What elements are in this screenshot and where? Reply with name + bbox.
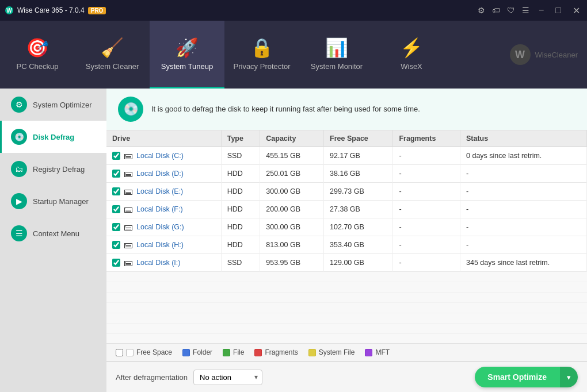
legend-mft: MFT: [365, 348, 390, 356]
fragments-cell-2: -: [393, 183, 460, 201]
disk-table-area: Drive Type Capacity Free Space Fragments…: [106, 130, 587, 343]
smart-optimize-button[interactable]: Smart Optimize: [475, 367, 559, 387]
wisecleaner-logo-circle: W: [510, 44, 531, 65]
capacity-cell-4: 300.00 GB: [260, 218, 324, 236]
pc-checkup-icon: 🎯: [26, 37, 49, 59]
drive-name-2: Local Disk (E:): [136, 187, 183, 195]
privacy-protector-icon: 🔒: [250, 37, 273, 59]
drive-checkbox-4[interactable]: [112, 223, 120, 231]
col-type: Type: [221, 130, 260, 147]
sidebar-item-startup-manager[interactable]: ▶ Startup Manager: [0, 185, 106, 217]
fragments-cell-6: -: [393, 254, 460, 272]
after-defrag-select[interactable]: No action Shutdown Restart Sleep: [193, 370, 262, 385]
sidebar-item-registry-defrag-label: Registry Defrag: [33, 165, 85, 174]
legend-system-file-label: System File: [319, 348, 355, 356]
drive-checkbox-3[interactable]: [112, 205, 120, 213]
drive-name-6: Local Disk (I:): [136, 259, 180, 267]
context-menu-icon: ☰: [11, 225, 27, 241]
legend-free-space-box: [126, 349, 134, 356]
info-banner: 💿 It is good to defrag the disk to keep …: [106, 89, 587, 130]
legend-fragments-label: Fragments: [265, 348, 298, 356]
col-free-space: Free Space: [324, 130, 393, 147]
maximize-button[interactable]: □: [553, 5, 563, 16]
legend-free-space-checkbox[interactable]: [116, 349, 123, 356]
drive-checkbox-0[interactable]: [112, 152, 120, 160]
drive-name-0: Local Disk (C:): [136, 152, 184, 160]
tab-system-tuneup[interactable]: 🚀 System Tuneup: [150, 21, 224, 89]
sidebar: ⚙ System Optimizer 💿 Disk Defrag 🗂 Regis…: [0, 89, 106, 392]
content-panel: 💿 It is good to defrag the disk to keep …: [106, 89, 587, 392]
system-monitor-icon: 📊: [325, 37, 348, 59]
close-button[interactable]: ✕: [570, 5, 582, 16]
legend-folder-box: [182, 349, 190, 356]
smart-optimize-dropdown-button[interactable]: ▾: [559, 367, 578, 387]
drive-hdd-icon-0: 🖴: [124, 151, 133, 161]
col-drive: Drive: [106, 130, 221, 147]
tab-privacy-protector[interactable]: 🔒 Privacy Protector: [224, 21, 299, 89]
sidebar-item-context-menu-label: Context Menu: [33, 229, 79, 238]
table-row: 🖴 Local Disk (G:) HDD300.00 GB102.70 GB-…: [106, 218, 587, 236]
pro-badge: PRO: [88, 7, 106, 14]
menu-icon[interactable]: ☰: [522, 6, 529, 15]
tab-system-monitor[interactable]: 📊 System Monitor: [299, 21, 374, 89]
type-cell-6: SSD: [221, 254, 260, 272]
drive-hdd-icon-1: 🖴: [124, 168, 133, 179]
drive-hdd-icon-2: 🖴: [124, 186, 133, 197]
sidebar-item-disk-defrag[interactable]: 💿 Disk Defrag: [0, 121, 106, 153]
settings-icon[interactable]: ⚙: [478, 6, 485, 15]
drive-checkbox-2[interactable]: [112, 187, 120, 195]
drive-cell-5: 🖴 Local Disk (H:): [106, 236, 221, 254]
sidebar-item-system-optimizer[interactable]: ⚙ System Optimizer: [0, 89, 106, 121]
system-optimizer-icon: ⚙: [11, 97, 27, 113]
legend-mft-box: [365, 349, 372, 356]
tab-pc-checkup-label: PC Checkup: [17, 62, 59, 71]
legend-bar: Free Space Folder File Fragments System …: [106, 343, 587, 362]
fragments-cell-1: -: [393, 165, 460, 183]
title-bar-left: W Wise Care 365 - 7.0.4 PRO: [5, 6, 106, 15]
drive-checkbox-1[interactable]: [112, 170, 120, 178]
capacity-cell-2: 300.00 GB: [260, 183, 324, 201]
tab-system-cleaner-label: System Cleaner: [86, 62, 139, 71]
fragments-cell-5: -: [393, 236, 460, 254]
after-defrag-select-wrapper: No action Shutdown Restart Sleep: [193, 370, 262, 385]
drive-hdd-icon-4: 🖴: [124, 222, 133, 232]
fragments-cell-3: -: [393, 201, 460, 218]
title-bar: W Wise Care 365 - 7.0.4 PRO ⚙ 🏷 🛡 ☰ − □ …: [0, 0, 587, 21]
tab-wisex[interactable]: ⚡ WiseX: [374, 21, 449, 89]
col-fragments: Fragments: [393, 130, 460, 147]
startup-manager-icon: ▶: [11, 193, 27, 209]
free-space-cell-3: 27.38 GB: [324, 201, 393, 218]
tab-system-cleaner[interactable]: 🧹 System Cleaner: [75, 21, 150, 89]
table-row: 🖴 Local Disk (C:) SSD455.15 GB92.17 GB-0…: [106, 147, 587, 165]
system-tuneup-icon: 🚀: [176, 37, 199, 59]
table-empty-area: [106, 272, 587, 343]
sidebar-item-registry-defrag[interactable]: 🗂 Registry Defrag: [0, 153, 106, 185]
free-space-cell-1: 38.16 GB: [324, 165, 393, 183]
free-space-cell-2: 299.73 GB: [324, 183, 393, 201]
main-content: ⚙ System Optimizer 💿 Disk Defrag 🗂 Regis…: [0, 89, 587, 392]
status-cell-5: -: [460, 236, 587, 254]
legend-fragments: Fragments: [254, 348, 298, 356]
tab-wisex-label: WiseX: [401, 62, 422, 71]
legend-folder-label: Folder: [193, 348, 212, 356]
free-space-cell-5: 353.40 GB: [324, 236, 393, 254]
tab-privacy-protector-label: Privacy Protector: [234, 62, 291, 71]
wisecleaner-logo: W WiseCleaner: [510, 21, 587, 89]
license-icon[interactable]: 🏷: [492, 6, 500, 15]
minimize-button[interactable]: −: [536, 5, 546, 16]
shield-icon[interactable]: 🛡: [507, 6, 515, 15]
capacity-cell-6: 953.95 GB: [260, 254, 324, 272]
defrag-info-icon: 💿: [118, 97, 143, 122]
col-status: Status: [460, 130, 587, 147]
capacity-cell-5: 813.00 GB: [260, 236, 324, 254]
type-cell-2: HDD: [221, 183, 260, 201]
drive-checkbox-6[interactable]: [112, 259, 120, 267]
tab-system-tuneup-label: System Tuneup: [161, 62, 213, 71]
tab-pc-checkup[interactable]: 🎯 PC Checkup: [0, 21, 75, 89]
col-capacity: Capacity: [260, 130, 324, 147]
drive-checkbox-5[interactable]: [112, 241, 120, 249]
type-cell-1: HDD: [221, 165, 260, 183]
sidebar-item-context-menu[interactable]: ☰ Context Menu: [0, 217, 106, 249]
bottom-bar: After defragmentation No action Shutdown…: [106, 362, 587, 392]
legend-mft-label: MFT: [375, 348, 390, 356]
